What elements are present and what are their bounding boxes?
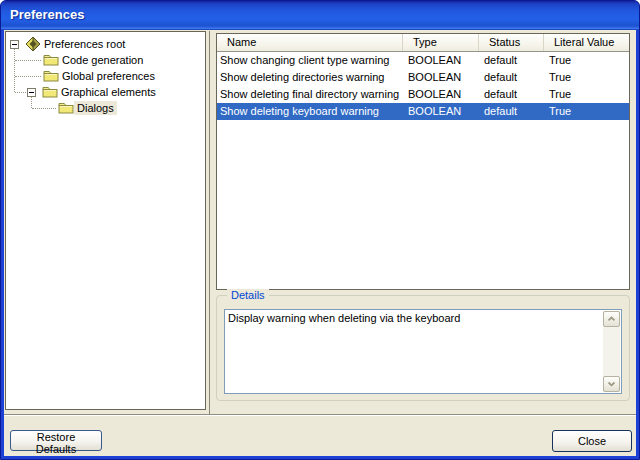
table-row-selected[interactable]: Show deleting keyboard warning BOOLEAN d…	[217, 103, 629, 120]
cell-type: BOOLEAN	[403, 86, 479, 103]
panel-splitter[interactable]	[209, 31, 210, 414]
cell-name: Show deleting final directory warning	[217, 86, 403, 103]
cell-type: BOOLEAN	[403, 103, 479, 120]
window-title: Preferences	[1, 1, 84, 29]
cell-status: default	[479, 69, 544, 86]
button-bar-separator	[4, 414, 636, 416]
preferences-tree: Preferences root Code generation Global …	[5, 31, 206, 410]
cell-literal-value: True	[544, 86, 629, 103]
column-header-status[interactable]: Status	[479, 34, 544, 51]
folder-icon	[43, 69, 59, 83]
folder-icon	[42, 85, 58, 99]
table-row[interactable]: Show deleting directories warning BOOLEA…	[217, 69, 629, 86]
tree-connector-line	[32, 108, 56, 109]
folder-icon	[43, 53, 59, 67]
tree-connector-line	[15, 60, 41, 61]
column-header-literal-value[interactable]: Literal Value	[544, 34, 629, 51]
chevron-down-icon	[607, 381, 616, 387]
tree-item-label: Preferences root	[41, 37, 128, 51]
tree-item-label: Global preferences	[59, 69, 158, 83]
cell-literal-value: True	[544, 103, 629, 120]
tree-item-label: Dialogs	[74, 101, 117, 115]
preferences-window: Preferences Preferences root Code genera…	[0, 0, 640, 460]
column-header-name[interactable]: Name	[217, 34, 403, 51]
cell-type: BOOLEAN	[403, 52, 479, 69]
cell-name: Show changing client type warning	[217, 52, 403, 69]
restore-defaults-button[interactable]: Restore Defaults	[10, 430, 102, 451]
cell-status: default	[479, 103, 544, 120]
column-header-type[interactable]: Type	[403, 34, 479, 51]
chevron-up-icon	[607, 316, 616, 322]
folder-icon	[58, 101, 74, 115]
tree-item-label: Code generation	[59, 53, 146, 67]
cell-name: Show deleting keyboard warning	[217, 103, 403, 120]
close-button[interactable]: Close	[552, 430, 632, 452]
details-text: Display warning when deleting via the ke…	[228, 311, 601, 325]
details-group: Details Display warning when deleting vi…	[216, 295, 630, 401]
cell-status: default	[479, 86, 544, 103]
collapse-toggle-icon[interactable]	[10, 40, 19, 49]
tree-connector-line	[15, 76, 41, 77]
cell-name: Show deleting directories warning	[217, 69, 403, 86]
tree-connector-line	[14, 44, 15, 92]
collapse-toggle-icon[interactable]	[27, 88, 36, 97]
scroll-up-button[interactable]	[603, 311, 620, 327]
cell-type: BOOLEAN	[403, 69, 479, 86]
details-textarea[interactable]: Display warning when deleting via the ke…	[224, 309, 622, 394]
cell-literal-value: True	[544, 69, 629, 86]
table-row[interactable]: Show deleting final directory warning BO…	[217, 86, 629, 103]
details-scrollbar[interactable]	[603, 311, 620, 392]
scroll-down-button[interactable]	[603, 376, 620, 392]
table-row[interactable]: Show changing client type warning BOOLEA…	[217, 52, 629, 69]
tree-item-graphical-elements[interactable]: Graphical elements	[6, 84, 205, 100]
window-titlebar[interactable]: Preferences	[1, 1, 639, 30]
preferences-root-icon	[25, 36, 41, 52]
table-header-row: Name Type Status Literal Value	[217, 34, 629, 52]
tree-connector-line	[15, 92, 26, 93]
cell-literal-value: True	[544, 52, 629, 69]
tree-item-label: Graphical elements	[58, 85, 159, 99]
dialog-body: Preferences root Code generation Global …	[4, 30, 636, 456]
cell-status: default	[479, 52, 544, 69]
tree-item-preferences-root[interactable]: Preferences root	[6, 36, 205, 52]
preferences-table: Name Type Status Literal Value Show chan…	[216, 33, 630, 290]
details-group-label: Details	[227, 289, 269, 302]
